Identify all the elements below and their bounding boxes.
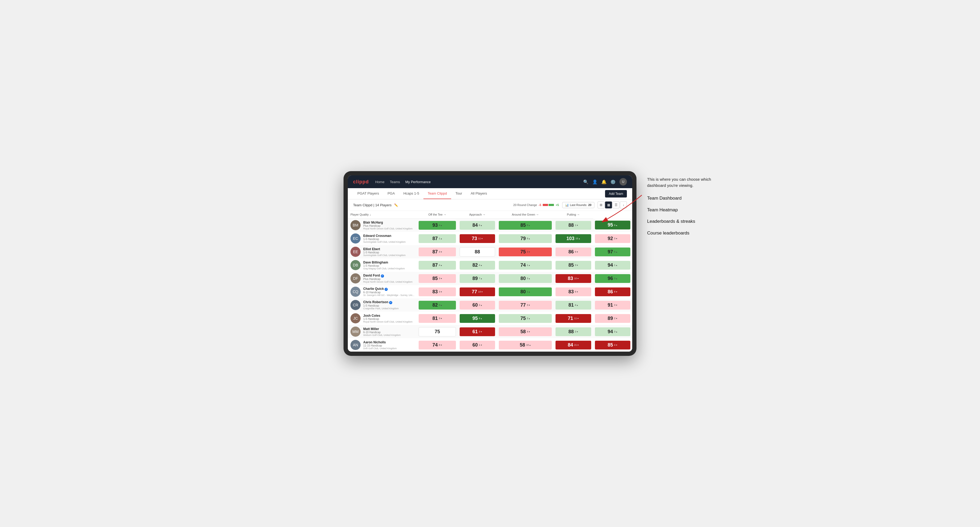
score-box[interactable]: 83 10: [555, 274, 591, 283]
score-box[interactable]: 77 14: [460, 287, 495, 296]
table-row[interactable]: JC Josh Coles 1-5 Handicap Royal North D…: [348, 312, 632, 325]
score-box[interactable]: 75 2: [499, 314, 552, 323]
score-box[interactable]: 92 3: [595, 234, 630, 243]
bell-icon[interactable]: 🔔: [601, 179, 607, 184]
score-box[interactable]: 74 8: [418, 341, 456, 349]
score-box[interactable]: 75: [418, 327, 456, 337]
score-box[interactable]: 93 4: [418, 221, 456, 230]
score-box[interactable]: 87 3: [418, 248, 456, 256]
score-box[interactable]: 84 6: [460, 221, 495, 230]
score-box[interactable]: 103 15: [555, 234, 591, 243]
table-row[interactable]: CQ Charlie Quick✓ 6-10 Handicap St. Geor…: [348, 285, 632, 298]
score-box[interactable]: 97 5: [595, 248, 630, 256]
score-box[interactable]: 85 4: [595, 341, 630, 349]
score-box[interactable]: 87 4: [418, 261, 456, 270]
score-box[interactable]: 58 4: [499, 327, 552, 336]
player-details: Josh Coles 1-5 Handicap Royal North Devo…: [363, 314, 414, 323]
score-box[interactable]: 80 1: [499, 287, 552, 296]
tab-team-clippd[interactable]: Team Clippd: [423, 188, 451, 199]
score-box[interactable]: 79 9: [499, 234, 552, 243]
score-box[interactable]: 94 1: [595, 261, 630, 270]
last-rounds-button[interactable]: 📊 Last Rounds: 20: [562, 202, 594, 208]
score-box[interactable]: 85 8: [499, 221, 552, 230]
score-box[interactable]: 88 2: [555, 327, 591, 336]
player-name[interactable]: Aaron Nicholls: [363, 340, 414, 344]
score-cell-off_tee: 82 4: [458, 259, 497, 272]
avatar[interactable]: U: [619, 178, 627, 186]
score-number: 87: [433, 249, 438, 255]
player-club: Sunningdale Golf Club, United Kingdom: [363, 254, 414, 257]
nav-link-teams[interactable]: Teams: [390, 180, 400, 184]
score-box[interactable]: 91 3: [595, 301, 630, 310]
score-number: 83: [568, 276, 573, 281]
player-handicap: 1-5 Handicap: [363, 251, 414, 254]
table-row[interactable]: EC Edward Crossman 1-5 Handicap Sunningd…: [348, 232, 632, 245]
score-box[interactable]: 85 3: [555, 261, 591, 270]
score-box[interactable]: 94 3: [595, 327, 630, 336]
player-name[interactable]: Elliot Ebert: [363, 247, 414, 251]
score-delta: 15: [576, 237, 580, 240]
table-row[interactable]: BM Blair McHarg Plus Handicap Royal Nort…: [348, 219, 632, 232]
score-box[interactable]: 86 6: [555, 248, 591, 256]
score-cell-off_tee: 60 2: [458, 298, 497, 312]
score-box[interactable]: 85 3: [418, 274, 456, 283]
table-header-row: Player Quality ↓ Off the Tee → Approach …: [348, 211, 632, 219]
player-name[interactable]: Dave Billingham: [363, 260, 414, 264]
settings-icon[interactable]: ⚙️: [610, 179, 616, 184]
search-icon[interactable]: 🔍: [583, 179, 589, 184]
score-box[interactable]: 73 11: [460, 234, 495, 243]
tab-pgat[interactable]: PGAT Players: [353, 188, 383, 199]
player-name[interactable]: Edward Crossman: [363, 234, 414, 238]
nav-link-home[interactable]: Home: [375, 180, 385, 184]
score-box[interactable]: 74 1: [499, 261, 552, 270]
player-info: AN Aaron Nicholls 11-15 Handicap Drift G…: [348, 338, 417, 352]
score-box[interactable]: 83 3: [418, 287, 456, 296]
player-name[interactable]: Charlie Quick✓: [363, 287, 414, 291]
tab-hcaps[interactable]: Hcaps 1-5: [399, 188, 423, 199]
tab-all-players[interactable]: All Players: [466, 188, 491, 199]
score-box[interactable]: 88: [460, 247, 495, 257]
score-box[interactable]: 89 7: [460, 274, 495, 283]
player-name[interactable]: Chris Robertson✓: [363, 300, 414, 304]
score-box[interactable]: 83 6: [555, 287, 591, 296]
user-icon[interactable]: 👤: [592, 179, 598, 184]
tab-pga[interactable]: PGA: [383, 188, 399, 199]
table-row[interactable]: DF David Ford✓ Plus Handicap Royal North…: [348, 272, 632, 285]
edit-team-icon[interactable]: ✏️: [394, 203, 398, 207]
score-number: 88: [568, 329, 574, 335]
score-box[interactable]: 89 2: [595, 314, 630, 323]
score-box[interactable]: 77 3: [499, 301, 552, 310]
score-box[interactable]: 60 1: [460, 341, 495, 349]
score-box[interactable]: 96 3: [595, 274, 630, 283]
score-box[interactable]: 82 3: [418, 301, 456, 310]
score-box[interactable]: 86 8: [595, 287, 630, 296]
score-number: 89: [473, 276, 478, 281]
team-name: Team Clippd | 14 Players: [353, 203, 393, 207]
score-box[interactable]: 71 11: [555, 314, 591, 323]
player-avatar: EE: [350, 247, 361, 257]
score-box[interactable]: 82 4: [460, 261, 495, 270]
score-box[interactable]: 87 1: [418, 234, 456, 243]
score-box[interactable]: 75 3: [499, 248, 552, 256]
score-cell-putting: 89 2: [593, 312, 632, 325]
table-row[interactable]: AN Aaron Nicholls 11-15 Handicap Drift G…: [348, 338, 632, 352]
player-name[interactable]: David Ford✓: [363, 274, 414, 278]
score-box[interactable]: 95 8: [460, 314, 495, 323]
score-box[interactable]: 60 2: [460, 301, 495, 310]
score-box[interactable]: 81 3: [418, 314, 456, 323]
score-box[interactable]: 58 10: [499, 341, 552, 349]
score-box[interactable]: 84 21: [555, 341, 591, 349]
player-name[interactable]: Blair McHarg: [363, 221, 414, 224]
tab-tour[interactable]: Tour: [451, 188, 466, 199]
score-box[interactable]: 88 1: [555, 221, 591, 230]
table-row[interactable]: EE Elliot Ebert 1-5 Handicap Sunningdale…: [348, 245, 632, 259]
score-box[interactable]: 81 4: [555, 301, 591, 310]
score-box[interactable]: 80 3: [499, 274, 552, 283]
player-name[interactable]: Josh Coles: [363, 314, 414, 317]
table-row[interactable]: CR Chris Robertson✓ 1-5 Handicap Craigmi…: [348, 298, 632, 312]
player-name[interactable]: Matt Miller: [363, 327, 414, 331]
nav-link-myperformance[interactable]: My Performance: [405, 180, 431, 184]
table-row[interactable]: DB Dave Billingham 1-5 Handicap Gog Mago…: [348, 259, 632, 272]
score-box[interactable]: 61 3: [460, 327, 495, 336]
table-row[interactable]: MM Matt Miller 6-10 Handicap Woburn Golf…: [348, 325, 632, 338]
